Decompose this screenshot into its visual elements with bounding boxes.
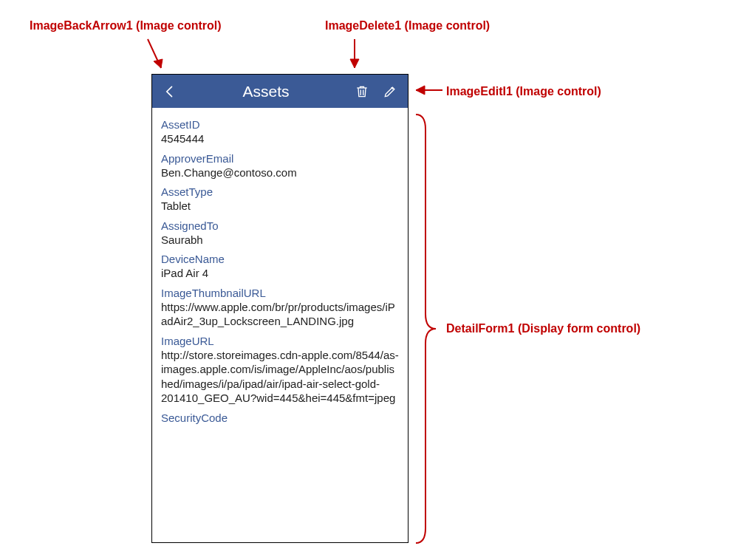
- annotation-delete: ImageDelete1 (Image control): [325, 19, 490, 33]
- arrow-to-edit-icon: [411, 81, 445, 96]
- field-security-code: SecurityCode: [161, 412, 399, 424]
- svg-marker-5: [416, 86, 425, 95]
- arrow-to-back-icon: [140, 35, 170, 76]
- titlebar: Assets: [152, 75, 408, 108]
- field-image-thumbnail-url: ImageThumbnailURL https://www.apple.com/…: [161, 287, 399, 329]
- brace-detail-form: [412, 111, 442, 547]
- annotation-back-arrow: ImageBackArrow1 (Image control): [30, 19, 222, 33]
- field-label: ApproverEmail: [161, 152, 399, 165]
- field-label: ImageURL: [161, 335, 399, 347]
- field-label: AssetType: [161, 185, 399, 198]
- field-value: Saurabh: [161, 233, 399, 247]
- field-value: 4545444: [161, 132, 399, 146]
- field-value: iPad Air 4: [161, 266, 399, 281]
- field-value: Tablet: [161, 199, 399, 214]
- back-arrow-icon[interactable]: [160, 81, 180, 102]
- field-label: AssignedTo: [161, 219, 399, 232]
- field-label: AssetID: [161, 118, 399, 131]
- field-asset-id: AssetID 4545444: [161, 118, 399, 146]
- detail-form: AssetID 4545444 ApproverEmail Ben.Change…: [152, 108, 408, 542]
- field-label: DeviceName: [161, 253, 399, 265]
- field-value: https://www.apple.com/br/pr/products/ima…: [161, 300, 399, 329]
- field-value: Ben.Change@contoso.com: [161, 165, 399, 180]
- delete-icon[interactable]: [352, 81, 372, 102]
- svg-marker-1: [154, 59, 163, 68]
- field-assigned-to: AssignedTo Saurabh: [161, 219, 399, 247]
- field-image-url: ImageURL http://store.storeimages.cdn-ap…: [161, 335, 399, 406]
- annotation-detail-form: DetailForm1 (Display form control): [446, 322, 640, 335]
- field-device-name: DeviceName iPad Air 4: [161, 253, 399, 281]
- field-approver-email: ApproverEmail Ben.Change@contoso.com: [161, 152, 399, 180]
- svg-marker-3: [350, 59, 359, 68]
- arrow-to-delete-icon: [340, 35, 369, 76]
- edit-icon[interactable]: [380, 81, 400, 102]
- annotation-edit: ImageEditI1 (Image control): [446, 85, 601, 98]
- field-label: SecurityCode: [161, 412, 399, 424]
- field-label: ImageThumbnailURL: [161, 287, 399, 299]
- phone-frame: Assets AssetID 4545444 ApproverEmail Ben…: [151, 74, 409, 543]
- field-asset-type: AssetType Tablet: [161, 185, 399, 214]
- field-value: http://store.storeimages.cdn-apple.com/8…: [161, 348, 399, 406]
- page-title: Assets: [188, 83, 344, 100]
